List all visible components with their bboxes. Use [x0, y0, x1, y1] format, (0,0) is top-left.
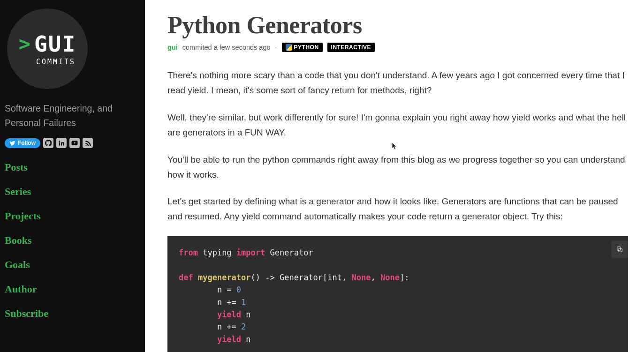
paragraph: There's nothing more scary than a code t…	[167, 68, 628, 98]
code-block-wrap: from typing import Generator def mygener…	[167, 236, 628, 352]
article: Python Generators gui commited a few sec…	[145, 0, 644, 352]
twitter-follow-label: Follow	[18, 140, 36, 146]
site-tagline: Software Engineering, and Personal Failu…	[5, 101, 140, 130]
tag-interactive[interactable]: INTERACTIVE	[327, 43, 375, 52]
linkedin-icon[interactable]	[56, 138, 67, 148]
sidebar-nav: Posts Series Projects Books Goals Author…	[5, 161, 140, 320]
code-block[interactable]: from typing import Generator def mygener…	[167, 236, 628, 352]
nav-subscribe[interactable]: Subscribe	[5, 307, 140, 320]
nav-books[interactable]: Books	[5, 234, 140, 247]
nav-author[interactable]: Author	[5, 283, 140, 295]
nav-series[interactable]: Series	[5, 186, 140, 198]
logo-subtext: COMMITS	[36, 58, 76, 66]
nav-goals[interactable]: Goals	[5, 259, 140, 271]
logo-circle: > GUI COMMITS	[7, 8, 88, 89]
twitter-icon	[9, 140, 15, 146]
sidebar: > GUI COMMITS Software Engineering, and …	[0, 0, 145, 352]
twitter-follow-button[interactable]: Follow	[5, 138, 40, 148]
logo[interactable]: > GUI COMMITS	[5, 8, 140, 89]
logo-text: GUI	[34, 31, 76, 57]
youtube-icon[interactable]	[69, 138, 80, 148]
copy-icon	[616, 246, 623, 253]
copy-code-button[interactable]	[611, 241, 628, 258]
post-title: Python Generators	[167, 11, 628, 39]
paragraph: Well, they're similar, but work differen…	[167, 110, 628, 140]
social-row: Follow	[5, 138, 140, 148]
rss-icon[interactable]	[83, 138, 93, 148]
chevron-icon: >	[19, 34, 30, 54]
paragraph: You'll be able to run the python command…	[167, 152, 628, 182]
meta-separator: ·	[275, 44, 277, 51]
tag-python[interactable]: PYTHON	[282, 43, 323, 52]
post-commit-text: commited a few seconds ago	[182, 44, 271, 51]
github-icon[interactable]	[43, 138, 53, 148]
paragraph: Let's get started by defining what is a …	[167, 194, 628, 224]
nav-posts[interactable]: Posts	[5, 161, 140, 173]
nav-projects[interactable]: Projects	[5, 210, 140, 222]
post-body: There's nothing more scary than a code t…	[167, 68, 628, 224]
post-meta: gui commited a few seconds ago · PYTHON …	[167, 43, 628, 52]
post-author[interactable]: gui	[167, 44, 178, 51]
